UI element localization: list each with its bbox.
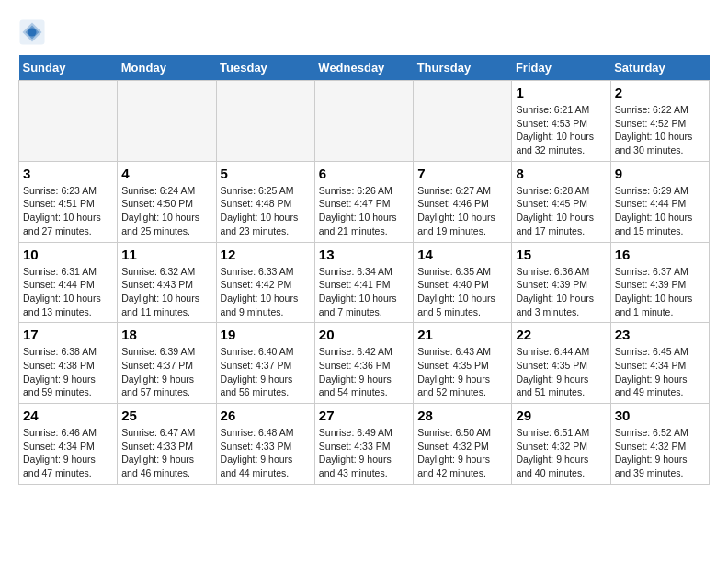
calendar-cell: 15Sunrise: 6:36 AM Sunset: 4:39 PM Dayli…: [512, 242, 610, 323]
calendar-cell: 20Sunrise: 6:42 AM Sunset: 4:36 PM Dayli…: [314, 323, 413, 404]
day-number: 14: [417, 247, 507, 262]
day-info: Sunrise: 6:44 AM Sunset: 4:35 PM Dayligh…: [516, 345, 606, 399]
day-number: 17: [23, 327, 113, 342]
calendar-cell: 6Sunrise: 6:26 AM Sunset: 4:47 PM Daylig…: [314, 161, 413, 242]
calendar-cell: 10Sunrise: 6:31 AM Sunset: 4:44 PM Dayli…: [19, 242, 118, 323]
day-info: Sunrise: 6:25 AM Sunset: 4:48 PM Dayligh…: [221, 184, 311, 238]
day-info: Sunrise: 6:29 AM Sunset: 4:44 PM Dayligh…: [615, 184, 705, 238]
day-number: 11: [121, 247, 211, 262]
day-info: Sunrise: 6:21 AM Sunset: 4:53 PM Dayligh…: [516, 103, 606, 157]
calendar-cell: 9Sunrise: 6:29 AM Sunset: 4:44 PM Daylig…: [610, 161, 709, 242]
calendar-cell: 22Sunrise: 6:44 AM Sunset: 4:35 PM Dayli…: [512, 323, 610, 404]
day-info: Sunrise: 6:24 AM Sunset: 4:50 PM Dayligh…: [121, 184, 211, 238]
calendar-cell: [414, 81, 512, 162]
calendar-body: 1Sunrise: 6:21 AM Sunset: 4:53 PM Daylig…: [19, 81, 710, 485]
calendar-cell: 24Sunrise: 6:46 AM Sunset: 4:34 PM Dayli…: [19, 404, 118, 485]
calendar-cell: [118, 81, 216, 162]
logo: [18, 18, 50, 46]
day-number: 29: [516, 408, 606, 423]
day-info: Sunrise: 6:26 AM Sunset: 4:47 PM Dayligh…: [319, 184, 409, 238]
calendar-cell: 16Sunrise: 6:37 AM Sunset: 4:39 PM Dayli…: [610, 242, 709, 323]
calendar-cell: [216, 81, 314, 162]
calendar-cell: 25Sunrise: 6:47 AM Sunset: 4:33 PM Dayli…: [118, 404, 216, 485]
day-number: 27: [319, 408, 409, 423]
day-info: Sunrise: 6:36 AM Sunset: 4:39 PM Dayligh…: [516, 265, 606, 319]
weekday-header-wednesday: Wednesday: [314, 55, 413, 81]
day-number: 12: [221, 247, 311, 262]
calendar-cell: 2Sunrise: 6:22 AM Sunset: 4:52 PM Daylig…: [610, 81, 709, 162]
day-number: 28: [417, 408, 507, 423]
day-info: Sunrise: 6:32 AM Sunset: 4:43 PM Dayligh…: [121, 265, 211, 319]
calendar-cell: 21Sunrise: 6:43 AM Sunset: 4:35 PM Dayli…: [414, 323, 512, 404]
day-number: 9: [615, 166, 705, 181]
calendar-cell: 27Sunrise: 6:49 AM Sunset: 4:33 PM Dayli…: [314, 404, 413, 485]
week-row-2: 3Sunrise: 6:23 AM Sunset: 4:51 PM Daylig…: [19, 161, 710, 242]
day-info: Sunrise: 6:40 AM Sunset: 4:37 PM Dayligh…: [221, 345, 311, 399]
day-info: Sunrise: 6:23 AM Sunset: 4:51 PM Dayligh…: [23, 184, 113, 238]
day-number: 7: [417, 166, 507, 181]
day-info: Sunrise: 6:35 AM Sunset: 4:40 PM Dayligh…: [417, 265, 507, 319]
day-info: Sunrise: 6:39 AM Sunset: 4:37 PM Dayligh…: [121, 345, 211, 399]
calendar-cell: 1Sunrise: 6:21 AM Sunset: 4:53 PM Daylig…: [512, 81, 610, 162]
day-info: Sunrise: 6:37 AM Sunset: 4:39 PM Dayligh…: [615, 265, 705, 319]
calendar-cell: 30Sunrise: 6:52 AM Sunset: 4:32 PM Dayli…: [610, 404, 709, 485]
day-number: 30: [615, 408, 705, 423]
day-info: Sunrise: 6:49 AM Sunset: 4:33 PM Dayligh…: [319, 426, 409, 480]
day-info: Sunrise: 6:52 AM Sunset: 4:32 PM Dayligh…: [615, 426, 705, 480]
day-number: 24: [23, 408, 113, 423]
day-number: 18: [121, 327, 211, 342]
calendar-cell: 28Sunrise: 6:50 AM Sunset: 4:32 PM Dayli…: [414, 404, 512, 485]
day-number: 4: [121, 166, 211, 181]
day-info: Sunrise: 6:38 AM Sunset: 4:38 PM Dayligh…: [23, 345, 113, 399]
calendar-cell: 3Sunrise: 6:23 AM Sunset: 4:51 PM Daylig…: [19, 161, 118, 242]
day-number: 5: [221, 166, 311, 181]
calendar-cell: 23Sunrise: 6:45 AM Sunset: 4:34 PM Dayli…: [610, 323, 709, 404]
day-info: Sunrise: 6:48 AM Sunset: 4:33 PM Dayligh…: [221, 426, 311, 480]
calendar-cell: 8Sunrise: 6:28 AM Sunset: 4:45 PM Daylig…: [512, 161, 610, 242]
day-number: 1: [516, 85, 606, 100]
day-info: Sunrise: 6:51 AM Sunset: 4:32 PM Dayligh…: [516, 426, 606, 480]
calendar-header: SundayMondayTuesdayWednesdayThursdayFrid…: [19, 55, 710, 81]
day-info: Sunrise: 6:33 AM Sunset: 4:42 PM Dayligh…: [221, 265, 311, 319]
day-number: 16: [615, 247, 705, 262]
calendar-cell: 13Sunrise: 6:34 AM Sunset: 4:41 PM Dayli…: [314, 242, 413, 323]
calendar-cell: 29Sunrise: 6:51 AM Sunset: 4:32 PM Dayli…: [512, 404, 610, 485]
day-info: Sunrise: 6:34 AM Sunset: 4:41 PM Dayligh…: [319, 265, 409, 319]
day-number: 8: [516, 166, 606, 181]
logo-icon: [18, 18, 46, 46]
day-number: 26: [221, 408, 311, 423]
calendar-cell: 5Sunrise: 6:25 AM Sunset: 4:48 PM Daylig…: [216, 161, 314, 242]
week-row-3: 10Sunrise: 6:31 AM Sunset: 4:44 PM Dayli…: [19, 242, 710, 323]
svg-point-3: [28, 29, 37, 37]
calendar-cell: 11Sunrise: 6:32 AM Sunset: 4:43 PM Dayli…: [118, 242, 216, 323]
day-number: 6: [319, 166, 409, 181]
calendar-cell: 26Sunrise: 6:48 AM Sunset: 4:33 PM Dayli…: [216, 404, 314, 485]
calendar-cell: 7Sunrise: 6:27 AM Sunset: 4:46 PM Daylig…: [414, 161, 512, 242]
weekday-header-thursday: Thursday: [414, 55, 512, 81]
calendar-cell: 14Sunrise: 6:35 AM Sunset: 4:40 PM Dayli…: [414, 242, 512, 323]
day-number: 20: [319, 327, 409, 342]
day-info: Sunrise: 6:42 AM Sunset: 4:36 PM Dayligh…: [319, 345, 409, 399]
day-number: 22: [516, 327, 606, 342]
week-row-5: 24Sunrise: 6:46 AM Sunset: 4:34 PM Dayli…: [19, 404, 710, 485]
calendar-cell: 12Sunrise: 6:33 AM Sunset: 4:42 PM Dayli…: [216, 242, 314, 323]
weekday-header-monday: Monday: [118, 55, 216, 81]
day-number: 25: [121, 408, 211, 423]
page-header: [18, 18, 710, 46]
calendar-cell: 17Sunrise: 6:38 AM Sunset: 4:38 PM Dayli…: [19, 323, 118, 404]
week-row-1: 1Sunrise: 6:21 AM Sunset: 4:53 PM Daylig…: [19, 81, 710, 162]
weekday-header-friday: Friday: [512, 55, 610, 81]
calendar-cell: 18Sunrise: 6:39 AM Sunset: 4:37 PM Dayli…: [118, 323, 216, 404]
day-info: Sunrise: 6:28 AM Sunset: 4:45 PM Dayligh…: [516, 184, 606, 238]
day-info: Sunrise: 6:27 AM Sunset: 4:46 PM Dayligh…: [417, 184, 507, 238]
day-number: 15: [516, 247, 606, 262]
day-number: 23: [615, 327, 705, 342]
day-info: Sunrise: 6:31 AM Sunset: 4:44 PM Dayligh…: [23, 265, 113, 319]
day-number: 10: [23, 247, 113, 262]
weekday-header-sunday: Sunday: [19, 55, 118, 81]
day-number: 2: [615, 85, 705, 100]
calendar-table: SundayMondayTuesdayWednesdayThursdayFrid…: [18, 55, 710, 485]
weekday-header-row: SundayMondayTuesdayWednesdayThursdayFrid…: [19, 55, 710, 81]
week-row-4: 17Sunrise: 6:38 AM Sunset: 4:38 PM Dayli…: [19, 323, 710, 404]
calendar-cell: 19Sunrise: 6:40 AM Sunset: 4:37 PM Dayli…: [216, 323, 314, 404]
